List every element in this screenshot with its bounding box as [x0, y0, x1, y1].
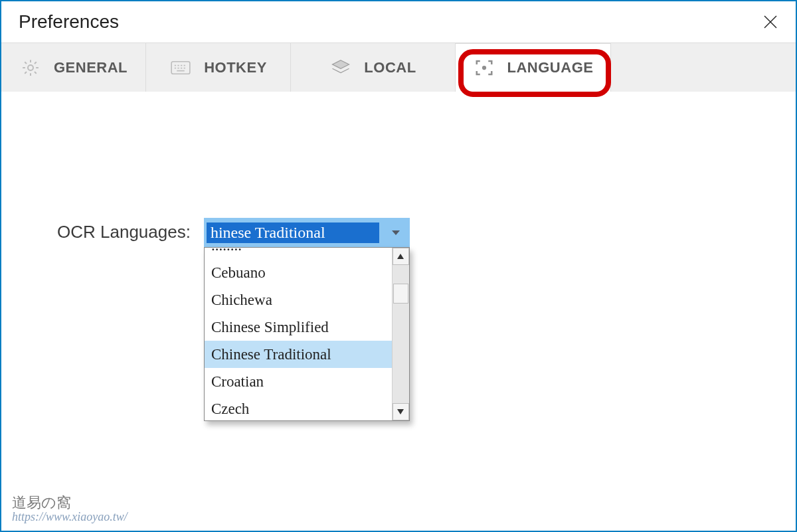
svg-marker-13: [333, 60, 349, 68]
ocr-languages-combobox[interactable]: hinese Traditional: [204, 218, 410, 247]
svg-point-2: [28, 65, 33, 70]
dropdown-option-partial[interactable]: ........: [205, 248, 392, 259]
dropdown-option[interactable]: Chichewa: [205, 286, 392, 313]
ocr-languages-dropdown[interactable]: ........ Cebuano Chichewa Chinese Simpli…: [204, 247, 410, 421]
tab-local[interactable]: LOCAL: [291, 43, 456, 92]
tabs: GENERAL HOTKEY LOCAL: [1, 43, 796, 92]
svg-marker-17: [397, 409, 404, 414]
scrollbar-track[interactable]: [393, 265, 409, 403]
scrollbar-thumb[interactable]: [393, 284, 408, 304]
dropdown-scrollbar: [392, 248, 409, 420]
ocr-languages-combo-wrap: hinese Traditional ........ Cebuano Chic…: [204, 218, 410, 247]
tab-label: GENERAL: [54, 59, 128, 76]
tab-label: LOCAL: [364, 59, 416, 76]
chevron-up-icon: [397, 253, 404, 260]
svg-point-14: [482, 66, 486, 70]
tab-label: LANGUAGE: [507, 59, 594, 76]
dropdown-option[interactable]: Croatian: [205, 368, 392, 395]
scroll-down-button[interactable]: [393, 403, 409, 420]
combobox-arrow-button[interactable]: [382, 218, 410, 247]
keyboard-icon: [169, 56, 192, 79]
window-title: Preferences: [19, 11, 119, 33]
tab-general[interactable]: GENERAL: [1, 43, 146, 92]
preferences-window: Preferences GENERAL: [0, 0, 797, 532]
ocr-languages-label: OCR Languages:: [57, 218, 191, 242]
dropdown-option[interactable]: Cebuano: [205, 259, 392, 286]
dropdown-list: ........ Cebuano Chichewa Chinese Simpli…: [205, 248, 392, 420]
ocr-languages-selected: hinese Traditional: [207, 222, 379, 243]
scroll-up-button[interactable]: [393, 248, 409, 265]
scan-icon: [473, 56, 495, 79]
tab-language[interactable]: LANGUAGE: [456, 43, 611, 92]
tab-content-language: OCR Languages: hinese Traditional ......…: [1, 93, 796, 531]
tab-hotkey[interactable]: HOTKEY: [146, 43, 291, 92]
chevron-down-icon: [397, 408, 404, 415]
svg-marker-15: [392, 230, 400, 235]
layers-icon: [329, 56, 352, 79]
dropdown-option-highlighted[interactable]: Chinese Traditional: [205, 341, 392, 368]
dropdown-option[interactable]: Chinese Simplified: [205, 313, 392, 341]
ocr-languages-row: OCR Languages: hinese Traditional ......…: [57, 218, 410, 247]
close-icon: [762, 14, 778, 30]
chevron-down-icon: [391, 228, 401, 236]
watermark-url: https://www.xiaoyao.tw/: [12, 510, 128, 523]
watermark: 道易の窩 https://www.xiaoyao.tw/: [12, 493, 128, 524]
titlebar: Preferences: [1, 1, 796, 43]
gear-icon: [19, 56, 42, 79]
close-button[interactable]: [760, 11, 781, 33]
dropdown-option[interactable]: Czech: [205, 395, 392, 420]
tab-label: HOTKEY: [204, 59, 267, 76]
svg-marker-16: [397, 254, 404, 259]
tab-spacer: [611, 43, 796, 92]
